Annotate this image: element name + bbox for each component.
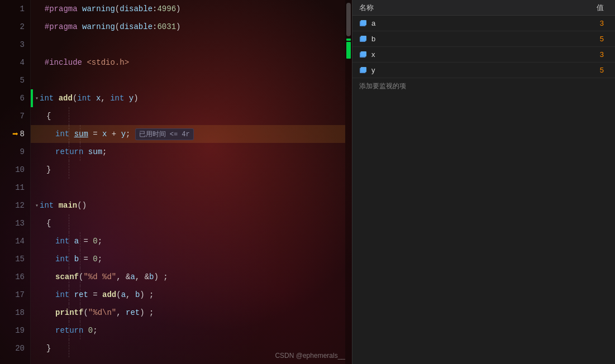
watch-value-x: 3 — [570, 50, 615, 59]
watch-name-y: y — [352, 66, 570, 75]
line-num-9: 9 — [0, 143, 30, 161]
watch-value-y: 5 — [570, 66, 615, 74]
code-line-10: } — [31, 161, 345, 179]
watch-panel: 名称 值 a 3 b — [352, 0, 615, 364]
watch-col-value-header: 值 — [570, 3, 615, 13]
line-num-14: 14 — [0, 232, 30, 250]
watch-row-y[interactable]: y 5 — [352, 63, 615, 78]
line-num-1: 1 — [0, 0, 30, 18]
line-num-6: 6 — [0, 89, 30, 107]
code-line-19: return 0 ; — [31, 322, 345, 339]
watch-value-a: 3 — [570, 19, 615, 27]
code-line-2: #pragma warning ( disable : 6031 ) — [31, 18, 345, 36]
line-num-19: 19 — [0, 322, 30, 339]
code-line-15: int b = 0 ; — [31, 250, 345, 268]
line-num-12: 12 — [0, 197, 30, 214]
arrow-execution: ➡ — [0, 125, 31, 143]
line-num-15: 15 — [0, 250, 30, 268]
code-line-17: int ret = add ( a , b ) ; — [31, 286, 345, 304]
scrollbar[interactable] — [345, 0, 352, 364]
line-numbers: 1 2 3 4 5 6 7 8 9 10 11 12 13 14 15 16 1… — [0, 0, 31, 364]
code-lines[interactable]: #pragma warning ( disable : 4996 ) #prag… — [31, 0, 345, 364]
watch-name-x: x — [352, 50, 570, 59]
line-num-3: 3 — [0, 36, 30, 54]
line-num-4: 4 — [0, 54, 30, 71]
watch-row-a[interactable]: a 3 — [352, 16, 615, 31]
code-line-11 — [31, 179, 345, 197]
code-line-12: ▾ int main () — [31, 197, 345, 214]
cube-icon-a — [359, 19, 368, 28]
scrollbar-thumb[interactable] — [346, 3, 351, 36]
code-editor: 1 2 3 4 5 6 7 8 9 10 11 12 13 14 15 16 1… — [0, 0, 352, 364]
code-line-9: return sum ; — [31, 143, 345, 161]
cube-icon-x — [359, 50, 368, 59]
code-line-3 — [31, 36, 345, 54]
watch-value-b: 5 — [570, 35, 615, 43]
watch-row-x[interactable]: x 3 — [352, 47, 615, 63]
line-num-5: 5 — [0, 71, 30, 89]
code-line-18: printf ( "%d\n" , ret ) ; — [31, 304, 345, 322]
code-line-4: #include <stdio.h> — [31, 54, 345, 71]
main-container: 1 2 3 4 5 6 7 8 9 10 11 12 13 14 15 16 1… — [0, 0, 615, 364]
cube-icon-y — [359, 66, 368, 75]
minimap-indicator-2 — [346, 42, 351, 59]
code-line-8: ➡ int sum = x + y ; 已用时间 <= 4r — [31, 125, 345, 143]
inline-timing-hint: 已用时间 <= 4r — [135, 128, 194, 140]
line-num-16: 16 — [0, 268, 30, 286]
add-watch-input[interactable]: 添加要监视的项 — [352, 78, 615, 94]
code-line-6: ▾ int add ( int x , int y ) — [31, 89, 345, 107]
line-num-13: 13 — [0, 214, 30, 232]
code-content: 1 2 3 4 5 6 7 8 9 10 11 12 13 14 15 16 1… — [0, 0, 352, 364]
code-line-1: #pragma warning ( disable : 4996 ) — [31, 0, 345, 18]
watermark: CSDN @ephemerals__ — [275, 352, 345, 360]
line-num-10: 10 — [0, 161, 30, 179]
line-num-2: 2 — [0, 18, 30, 36]
line-num-17: 17 — [0, 286, 30, 304]
watch-name-b: b — [352, 35, 570, 44]
cube-icon-b — [359, 35, 368, 44]
watch-col-name-header: 名称 — [352, 3, 570, 13]
line-num-11: 11 — [0, 179, 30, 197]
code-line-16: scanf ( "%d %d" , & a , & b ) ; — [31, 268, 345, 286]
line-num-7: 7 — [0, 107, 30, 125]
line-num-18: 18 — [0, 304, 30, 322]
code-line-5 — [31, 71, 345, 89]
watch-row-b[interactable]: b 5 — [352, 31, 615, 47]
code-line-13: { — [31, 214, 345, 232]
line-num-20: 20 — [0, 339, 30, 357]
code-line-7: { — [31, 107, 345, 125]
watch-header: 名称 值 — [352, 0, 615, 16]
minimap-indicator-1 — [346, 39, 351, 41]
code-line-14: int a = 0 ; — [31, 232, 345, 250]
watch-name-a: a — [352, 19, 570, 28]
